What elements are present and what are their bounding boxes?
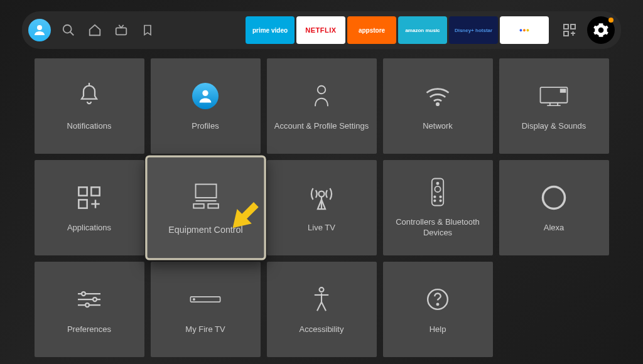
svg-rect-19 <box>91 187 99 195</box>
svg-point-45 <box>320 287 324 292</box>
svg-line-2 <box>70 32 74 36</box>
home-icon[interactable] <box>84 19 106 41</box>
alexa-icon <box>541 183 567 213</box>
tile-label: Controllers & Bluetooth Devices <box>389 217 487 238</box>
svg-point-33 <box>440 196 441 198</box>
svg-point-40 <box>93 297 97 301</box>
search-icon[interactable] <box>57 19 80 41</box>
app-tile-disney-hotstar[interactable]: Disney+ hotstar <box>449 16 498 44</box>
svg-point-35 <box>440 200 441 201</box>
tile-label: Network <box>423 121 453 132</box>
svg-point-51 <box>437 303 439 305</box>
help-icon <box>426 284 450 314</box>
settings-tile-applications[interactable]: Applications <box>35 160 144 255</box>
person-icon <box>32 23 47 38</box>
tile-label: Alexa <box>544 223 565 233</box>
apps-icon <box>77 183 102 213</box>
apps-grid-icon[interactable] <box>558 19 581 41</box>
equipment-icon <box>189 180 222 213</box>
tile-label: Display & Sounds <box>522 121 586 132</box>
svg-rect-5 <box>571 24 575 29</box>
svg-point-1 <box>63 25 72 33</box>
tile-label: Accessibility <box>300 324 344 335</box>
svg-rect-26 <box>207 203 218 208</box>
svg-point-12 <box>436 103 439 105</box>
settings-tile-live-tv[interactable]: Live TV <box>267 160 377 255</box>
settings-tile-accessibility[interactable]: Accessibility <box>267 262 377 357</box>
tile-label: Equipment Control <box>168 224 242 236</box>
app-tile-discovery-[interactable]: ●●● <box>500 16 549 44</box>
settings-tile-my-fire-tv[interactable]: My Fire TV <box>151 262 261 357</box>
bell-icon <box>78 81 100 111</box>
svg-point-36 <box>543 186 565 208</box>
tile-label: Live TV <box>308 223 335 233</box>
svg-rect-14 <box>561 89 566 92</box>
notification-dot <box>608 18 613 23</box>
gear-icon <box>593 22 609 38</box>
tile-label: Preferences <box>67 324 111 335</box>
profile-avatar[interactable] <box>28 19 51 41</box>
settings-tile-profiles[interactable]: Profiles <box>151 58 261 154</box>
svg-point-34 <box>434 200 435 201</box>
app-tile-netflix[interactable]: NETFLIX <box>296 16 345 44</box>
tile-label: Notifications <box>67 121 112 132</box>
svg-line-48 <box>317 302 322 311</box>
profile-icon <box>192 81 219 111</box>
svg-rect-3 <box>116 28 127 35</box>
svg-point-11 <box>318 85 326 94</box>
app-tile-amazon-music[interactable]: amazon music <box>398 16 447 44</box>
svg-point-0 <box>37 25 42 30</box>
tile-label: Applications <box>67 223 111 233</box>
firetv-icon <box>190 284 221 314</box>
accessibility-icon <box>311 284 332 314</box>
remote-icon <box>431 177 445 207</box>
svg-rect-6 <box>564 31 568 36</box>
tile-label: My Fire TV <box>185 324 225 335</box>
bookmark-icon[interactable] <box>136 19 159 41</box>
app-tile-prime-video[interactable]: prime video <box>246 16 294 44</box>
svg-rect-18 <box>78 187 87 195</box>
tile-label: Profiles <box>192 121 219 132</box>
svg-rect-23 <box>195 184 216 197</box>
svg-point-42 <box>85 303 89 307</box>
svg-point-30 <box>436 183 438 185</box>
display-icon <box>539 81 568 111</box>
tv-icon[interactable] <box>110 19 132 41</box>
top-nav-bar: prime videoNETFLIXappstoreamazon musicDi… <box>22 11 621 49</box>
settings-tile-notifications[interactable]: Notifications <box>35 58 144 154</box>
svg-rect-25 <box>193 203 203 208</box>
settings-tile-network[interactable]: Network <box>383 58 493 154</box>
svg-point-31 <box>435 186 440 192</box>
tile-label: Account & Profile Settings <box>274 121 369 132</box>
tile-label: Help <box>430 324 446 335</box>
settings-button[interactable] <box>587 16 615 44</box>
antenna-icon <box>310 183 333 213</box>
settings-tile-equipment-control[interactable]: Equipment Control <box>145 155 266 260</box>
svg-rect-4 <box>564 24 568 29</box>
svg-point-27 <box>319 191 325 196</box>
svg-point-10 <box>202 90 208 95</box>
settings-tile-preferences[interactable]: Preferences <box>35 262 144 357</box>
svg-rect-20 <box>78 200 87 208</box>
svg-point-38 <box>82 292 85 296</box>
settings-tile-account-profile-settings[interactable]: Account & Profile Settings <box>267 58 377 154</box>
person-icon <box>312 81 331 111</box>
settings-grid: NotificationsProfilesAccount & Profile S… <box>0 49 643 364</box>
settings-tile-controllers-bluetooth-devices[interactable]: Controllers & Bluetooth Devices <box>383 160 493 255</box>
sliders-icon <box>76 284 102 314</box>
svg-point-32 <box>434 196 435 198</box>
svg-line-49 <box>322 302 326 311</box>
app-tile-appstore[interactable]: appstore <box>347 16 396 44</box>
settings-tile-display-sounds[interactable]: Display & Sounds <box>499 58 609 154</box>
settings-tile-alexa[interactable]: Alexa <box>499 160 609 255</box>
wifi-icon <box>424 81 451 111</box>
settings-tile-help[interactable]: Help <box>383 262 493 357</box>
svg-point-44 <box>193 298 195 299</box>
